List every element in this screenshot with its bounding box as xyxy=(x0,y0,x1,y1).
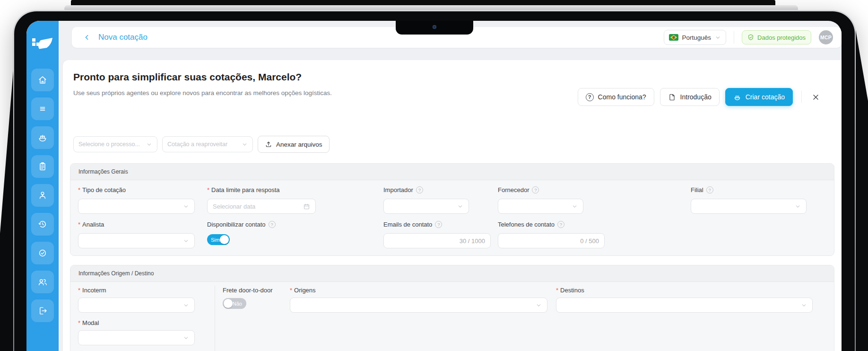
chevron-down-icon xyxy=(536,302,542,308)
tipo-cotacao-select[interactable] xyxy=(78,199,195,214)
clipboard-icon xyxy=(37,161,48,172)
required-mark: * xyxy=(78,319,80,326)
camera-dot xyxy=(433,25,436,29)
actions-divider xyxy=(801,91,802,103)
reuse-quote-select[interactable]: Cotação a reaproveitar xyxy=(162,136,253,152)
help-icon: ? xyxy=(706,186,713,193)
chevron-down-icon xyxy=(795,203,801,210)
language-selector[interactable]: Português xyxy=(664,30,727,45)
field-label-origens: * Origens xyxy=(290,287,316,294)
frete-door-to-door-toggle[interactable]: Não xyxy=(223,298,246,309)
sidebar-item-partners[interactable] xyxy=(31,271,54,293)
close-button[interactable] xyxy=(810,92,821,102)
field-label-telefones: Telefones de contato ? xyxy=(498,221,564,228)
filial-select[interactable] xyxy=(691,199,807,214)
document-icon xyxy=(668,93,676,101)
data-limite-datepicker[interactable]: Selecionar data xyxy=(207,199,316,214)
incoterm-select[interactable] xyxy=(78,298,195,313)
emails-contato-input[interactable]: 30 / 1000 xyxy=(383,233,491,248)
section-header: Informações Gerais xyxy=(70,164,834,180)
column-divider xyxy=(215,286,215,351)
sidebar-nav xyxy=(31,69,54,322)
field-label-tipo: * Tipo de cotação xyxy=(78,186,126,193)
hero-subtitle: Use seus próprios agentes ou explore nov… xyxy=(73,89,332,97)
modal-select[interactable] xyxy=(78,330,195,345)
fornecedor-select[interactable] xyxy=(498,199,583,214)
ship-icon xyxy=(733,93,741,101)
chevron-down-icon xyxy=(715,35,721,41)
menu-icon xyxy=(37,104,48,114)
sidebar-item-history[interactable] xyxy=(31,213,54,236)
hero-title: Pronto para simplificar suas cotações, M… xyxy=(73,71,302,83)
destinos-select[interactable] xyxy=(556,298,813,313)
help-icon: ? xyxy=(435,221,442,228)
importador-select[interactable] xyxy=(383,199,469,214)
agent-location-icon xyxy=(37,190,48,201)
sidebar-item-shipments[interactable] xyxy=(31,126,54,149)
create-quote-button[interactable]: Criar cotação xyxy=(725,88,793,106)
toggle-knob xyxy=(220,235,229,244)
header-actions: Português Dados protegidos MCP xyxy=(664,30,833,45)
reuse-select-placeholder: Cotação a reaproveitar xyxy=(167,141,227,148)
required-mark: * xyxy=(290,287,292,294)
disponibilizar-toggle[interactable]: Sim xyxy=(207,234,230,245)
help-icon: ? xyxy=(532,186,539,193)
home-icon xyxy=(37,75,48,85)
ship-icon xyxy=(37,132,48,143)
field-label-frete: Frete door-to-door xyxy=(223,287,273,294)
chevron-left-icon xyxy=(83,34,91,41)
sidebar-item-quotations[interactable] xyxy=(31,155,54,178)
check-badge-icon xyxy=(37,248,48,258)
required-mark: * xyxy=(78,186,80,193)
process-select[interactable]: Selecione o processo... xyxy=(73,136,157,152)
field-label-modal: * Modal xyxy=(78,319,99,326)
section-title: Informações Origem / Destino xyxy=(78,270,154,277)
chevron-down-icon xyxy=(183,238,189,244)
origens-select[interactable] xyxy=(290,298,547,313)
sidebar-item-home[interactable] xyxy=(31,69,54,91)
sidebar-item-approved[interactable] xyxy=(31,242,54,264)
sidebar-item-menu[interactable] xyxy=(31,97,54,120)
badge-label: Dados protegidos xyxy=(757,34,806,41)
chevron-down-icon xyxy=(183,335,189,341)
toggle-label: Não xyxy=(233,301,242,307)
required-mark: * xyxy=(207,186,209,193)
chevron-down-icon xyxy=(572,203,578,210)
toggle-label: Sim xyxy=(211,237,220,243)
field-label-analista: * Analista xyxy=(78,221,104,228)
chevron-down-icon xyxy=(183,203,189,210)
logout-icon xyxy=(37,306,48,316)
attach-files-button[interactable]: Anexar arquivos xyxy=(258,136,330,153)
chevron-down-icon xyxy=(146,141,152,148)
field-label-emails: Emails de contato ? xyxy=(383,221,442,228)
device-frame-right xyxy=(856,30,868,351)
device-frame-left xyxy=(0,71,13,351)
required-mark: * xyxy=(78,221,80,228)
toggle-knob xyxy=(224,299,233,308)
data-protected-badge: Dados protegidos xyxy=(742,30,811,44)
question-circle-icon: ? xyxy=(586,93,594,101)
header-divider xyxy=(734,31,734,44)
sidebar-item-agents[interactable] xyxy=(31,184,54,207)
main-card: Pronto para simplificar suas cotações, M… xyxy=(63,60,842,351)
history-icon xyxy=(37,219,48,229)
sidebar-item-logout[interactable] xyxy=(31,299,54,322)
upload-icon xyxy=(265,140,272,148)
user-avatar[interactable]: MCP xyxy=(819,30,833,44)
back-button[interactable] xyxy=(83,34,91,41)
how-it-works-button[interactable]: ? Como funciona? xyxy=(578,88,654,106)
origin-destination-section: Informações Origem / Destino * Incoterm … xyxy=(70,265,834,351)
chevron-down-icon xyxy=(242,141,248,148)
how-it-works-label: Como funciona? xyxy=(598,93,646,101)
char-counter: 30 / 1000 xyxy=(460,237,485,245)
introduction-button[interactable]: Introdução xyxy=(660,88,720,106)
analista-select[interactable] xyxy=(78,233,195,248)
field-label-importador: Importador ? xyxy=(383,186,423,193)
telefones-contato-input[interactable]: 0 / 500 xyxy=(498,233,605,248)
page-title: Nova cotação xyxy=(98,33,148,42)
date-placeholder: Selecionar data xyxy=(213,203,255,210)
field-label-incoterm: * Incoterm xyxy=(78,287,106,294)
language-label: Português xyxy=(682,34,712,41)
help-icon: ? xyxy=(416,186,423,193)
section-header: Informações Origem / Destino xyxy=(70,265,834,282)
